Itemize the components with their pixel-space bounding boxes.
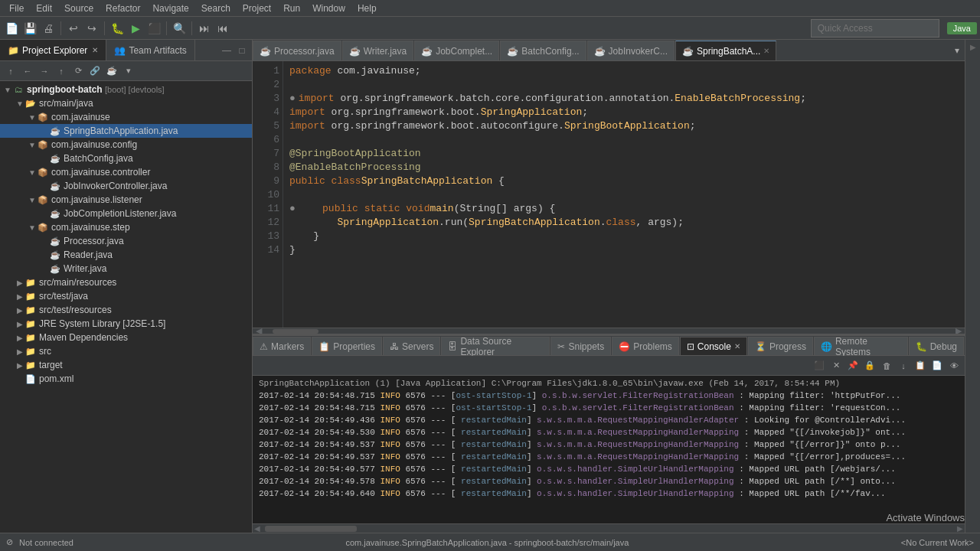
code-text[interactable]: package com.javainuse; ●import org.sprin… <box>283 61 965 328</box>
new-button[interactable]: 📄 <box>3 20 20 37</box>
console-stop-btn[interactable]: ⬛ <box>812 358 827 373</box>
debug-button[interactable]: 🐛 <box>109 20 126 37</box>
save-button[interactable]: 💾 <box>21 20 38 37</box>
up-btn[interactable]: ↑ <box>54 64 69 79</box>
tree-item-com-step[interactable]: ▼ 📦 com.javainuse.step <box>0 220 252 234</box>
tab-remote-systems[interactable]: 🌐 Remote Systems <box>814 337 908 355</box>
console-scrollbar[interactable]: ◀ ▶ <box>253 523 965 533</box>
tab-writer[interactable]: ☕ Writer.java <box>342 41 413 60</box>
tree-item-springbatch-app[interactable]: ☕ SpringBatchApplication.java <box>0 124 252 138</box>
prev-button[interactable]: ⏮ <box>214 20 231 37</box>
tree-item-com-javainuse[interactable]: ▼ 📦 com.javainuse <box>0 110 252 124</box>
tab-servers[interactable]: 🖧 Servers <box>383 337 440 355</box>
console-pin-btn[interactable]: 📌 <box>845 358 861 373</box>
tab-batchconfig[interactable]: ☕ BatchConfig... <box>500 41 586 60</box>
tree-item-maven[interactable]: ▶ 📁 Maven Dependencies <box>0 331 252 344</box>
tab-snippets[interactable]: ✂ Snippets <box>550 337 611 355</box>
link-editor-btn[interactable]: 🔗 <box>87 64 103 79</box>
run-button[interactable]: ▶ <box>127 20 144 37</box>
tree-item-src[interactable]: ▶ 📁 src <box>0 344 252 358</box>
console-scroll-right[interactable]: ▶ <box>956 524 965 533</box>
console-lock-btn[interactable]: 🔒 <box>862 358 877 373</box>
forward-btn[interactable]: → <box>37 64 52 79</box>
tree-label-project: springboot-batch [boot] [devtools] <box>27 84 165 95</box>
close-project-tab-icon[interactable]: ✕ <box>92 46 98 54</box>
right-panel-label: ▶ <box>969 43 977 51</box>
next-button[interactable]: ⏭ <box>196 20 213 37</box>
tab-jobinvoker[interactable]: ☕ JobInvokerC... <box>587 41 675 60</box>
tab-progress[interactable]: ⏳ Progress <box>748 337 813 355</box>
stop-button[interactable]: ⬛ <box>145 20 162 37</box>
menu-file[interactable]: File <box>3 2 30 15</box>
tab-debug[interactable]: 🐛 Debug <box>909 337 964 355</box>
tab-properties[interactable]: 📋 Properties <box>312 337 382 355</box>
tree-item-processor[interactable]: ☕ Processor.java <box>0 234 252 248</box>
quick-access-input[interactable] <box>811 19 939 37</box>
menu-source[interactable]: Source <box>58 2 100 15</box>
tree-label-target: target <box>39 360 63 370</box>
editor-scrollbar[interactable]: ◀ ▶ <box>253 328 965 334</box>
collapse-all-btn[interactable]: ↑ <box>3 64 18 79</box>
refresh-btn[interactable]: ⟳ <box>70 64 86 79</box>
console-view-btn[interactable]: 👁 <box>946 358 962 373</box>
tab-project-explorer[interactable]: 📁 Project Explorer ✕ <box>0 40 106 60</box>
tab-processor[interactable]: ☕ Processor.java <box>253 41 341 60</box>
tab-springbatch[interactable]: ☕ SpringBatchA... ✕ <box>675 41 776 60</box>
tree-item-writer[interactable]: ☕ Writer.java <box>0 262 252 276</box>
tree-item-jre[interactable]: ▶ 📁 JRE System Library [J2SE-1.5] <box>0 317 252 331</box>
tree-item-src-test-res[interactable]: ▶ 📁 src/test/resources <box>0 303 252 317</box>
menu-project[interactable]: Project <box>237 2 277 15</box>
tab-data-source[interactable]: 🗄 Data Source Explorer <box>441 337 550 355</box>
tree-item-src-test-java[interactable]: ▶ 📁 src/test/java <box>0 289 252 303</box>
menu-search[interactable]: Search <box>195 2 237 15</box>
print-button[interactable]: 🖨 <box>40 20 57 37</box>
console-output[interactable]: SpringBatchApplication (1) [Java Applica… <box>253 376 965 523</box>
tab-problems[interactable]: ⛔ Problems <box>612 337 679 355</box>
maximize-sidebar-icon[interactable]: □ <box>235 44 249 57</box>
new-java-btn[interactable]: ☕ <box>104 64 119 79</box>
scroll-right-arrow[interactable]: ▶ <box>952 326 965 334</box>
menu-run[interactable]: Run <box>277 2 306 15</box>
code-editor[interactable]: 1 2 3 4 5 6 7 8 9 10 11 12 13 14 <box>253 61 965 334</box>
tree-item-src-main-res[interactable]: ▶ 📁 src/main/resources <box>0 276 252 289</box>
menu-window[interactable]: Window <box>306 2 351 15</box>
console-scroll-btn[interactable]: ↓ <box>896 358 911 373</box>
scroll-left-arrow[interactable]: ◀ <box>253 326 265 334</box>
minimize-sidebar-icon[interactable]: — <box>220 44 234 57</box>
redo-button[interactable]: ↪ <box>83 20 100 37</box>
filter-btn[interactable]: ▾ <box>121 64 136 79</box>
console-paste-btn[interactable]: 📄 <box>929 358 945 373</box>
code-line-4: import org.springframework.boot.SpringAp… <box>289 106 959 119</box>
tab-jobcomplet[interactable]: ☕ JobComplet... <box>414 41 499 60</box>
tab-team-artifacts[interactable]: 👥 Team Artifacts <box>106 40 194 60</box>
tree-item-jobinvoker[interactable]: ☕ JobInvokerController.java <box>0 179 252 193</box>
menu-navigate[interactable]: Navigate <box>146 2 194 15</box>
menu-edit[interactable]: Edit <box>30 2 58 15</box>
close-console-icon[interactable]: ✕ <box>734 342 740 350</box>
undo-button[interactable]: ↩ <box>65 20 82 37</box>
scroll-thumb[interactable] <box>273 329 318 334</box>
console-copy-btn[interactable]: 📋 <box>913 358 928 373</box>
tree-item-com-controller[interactable]: ▼ 📦 com.javainuse.controller <box>0 165 252 179</box>
tab-console[interactable]: ⊡ Console ✕ <box>680 337 747 355</box>
tree-item-reader[interactable]: ☕ Reader.java <box>0 248 252 262</box>
tree-item-target[interactable]: ▶ 📁 target <box>0 358 252 372</box>
console-clear-btn[interactable]: 🗑 <box>879 358 894 373</box>
console-scroll-thumb[interactable] <box>265 526 357 532</box>
menu-help[interactable]: Help <box>351 2 383 15</box>
tree-item-com-config[interactable]: ▼ 📦 com.javainuse.config <box>0 138 252 152</box>
close-springbatch-tab-icon[interactable]: ✕ <box>763 47 769 55</box>
console-scroll-left[interactable]: ◀ <box>253 524 262 533</box>
tree-item-project[interactable]: ▼ 🗂 springboot-batch [boot] [devtools] <box>0 83 252 96</box>
search-button[interactable]: 🔍 <box>171 20 188 37</box>
tree-item-jobcompletion[interactable]: ☕ JobCompletionListener.java <box>0 207 252 220</box>
menu-refactor[interactable]: Refactor <box>100 2 146 15</box>
tree-item-src-main-java[interactable]: ▼ 📂 src/main/java <box>0 96 252 110</box>
tree-item-pom[interactable]: 📄 pom.xml <box>0 372 252 386</box>
tree-item-com-listener[interactable]: ▼ 📦 com.javainuse.listener <box>0 193 252 207</box>
tab-overflow-btn[interactable]: ▾ <box>949 41 965 60</box>
tree-item-batchconfig[interactable]: ☕ BatchConfig.java <box>0 152 252 165</box>
back-btn[interactable]: ← <box>20 64 35 79</box>
tab-markers[interactable]: ⚠ Markers <box>253 337 311 355</box>
console-close-btn[interactable]: ✕ <box>828 358 844 373</box>
